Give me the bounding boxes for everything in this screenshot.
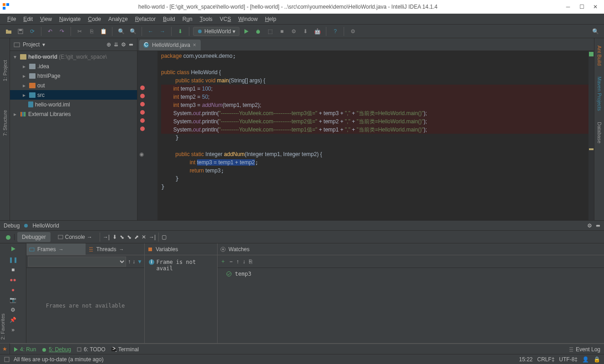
force-step-into-button[interactable]: ⬊ [127,234,132,240]
frames-tab[interactable]: Frames → [26,243,86,255]
hide-button[interactable]: ⬌ [129,41,133,48]
run-button[interactable] [241,26,251,36]
copy-button[interactable]: ⎘ [249,258,252,265]
menu-help[interactable]: Help [261,16,280,22]
settings-button[interactable]: ⚙ [121,41,126,48]
todo-tool-button[interactable]: 6: TODO [76,346,106,353]
filter-button[interactable]: ▼ [137,258,142,265]
minimize-button[interactable]: ─ [561,2,575,11]
find-button[interactable]: 🔍 [116,26,126,36]
breakpoint-icon[interactable] [140,110,145,115]
add-watch-button[interactable]: ＋ [220,258,226,265]
error-strip[interactable] [589,51,594,220]
open-button[interactable] [4,26,14,36]
undo-button[interactable]: ↶ [45,26,55,36]
menu-file[interactable]: File [4,16,20,22]
hide-button[interactable]: ⬌ [596,222,600,229]
android-button[interactable]: 🤖 [312,26,322,36]
run-config-selector[interactable]: HelloWorld ▾ [193,27,239,36]
search-everywhere-button[interactable]: 🔍 [590,26,600,36]
mute-breakpoints-button[interactable]: ● [11,287,15,293]
locate-button[interactable]: ⊕ [107,41,111,48]
menu-build[interactable]: Build [159,16,179,22]
breakpoint-icon[interactable] [140,118,145,123]
build-button[interactable]: ⬇ [175,26,185,36]
tree-root[interactable]: ▾ hello-world (E:\git_work_space\ [10,52,137,61]
more-button[interactable]: » [11,327,15,333]
down-button[interactable]: ↓ [243,258,245,265]
tree-item-out[interactable]: ▸out [10,81,137,90]
menu-refactor[interactable]: Refactor [132,16,159,22]
editor[interactable]: ◉ package com.youmeek.demo; public class… [137,51,594,220]
file-encoding[interactable]: UTF-8‡ [559,356,578,363]
threads-tab[interactable]: Threads → [86,243,145,255]
cursor-position[interactable]: 15:22 [519,356,533,363]
maven-tool-button[interactable]: Maven Projects [597,73,602,115]
warning-stripe[interactable] [589,148,594,150]
menu-navigate[interactable]: Navigate [56,16,84,22]
watches-body[interactable]: temp3 [218,268,604,280]
up-button[interactable]: ↑ [236,258,239,265]
tree-item-external-libs[interactable]: ▸External Libraries [10,109,137,119]
coverage-button[interactable]: ⬚ [265,26,275,36]
step-into-button[interactable]: ⬊ [120,234,124,240]
variables-body[interactable]: i Frame is not avail [145,255,217,275]
replace-button[interactable]: 🔍 [128,26,138,36]
prev-frame-button[interactable]: ↑ [128,258,131,265]
favorites-tool-button[interactable]: 2: Favorites [0,310,10,343]
stop-button[interactable]: ■ [277,26,287,36]
terminal-tool-button[interactable]: >_Terminal [111,346,139,353]
back-button[interactable]: ← [146,26,156,36]
menu-run[interactable]: Run [179,16,196,22]
sync-button[interactable]: ⟳ [27,26,37,36]
step-over-button[interactable]: ⬇ [112,234,117,240]
debug-button[interactable] [253,26,263,36]
watch-item[interactable]: temp3 [220,271,601,277]
menu-vcs[interactable]: VCS [216,16,235,22]
drop-frame-button[interactable]: ✕ [142,234,146,240]
remove-watch-button[interactable]: − [229,258,233,265]
event-log-button[interactable]: Event Log [568,346,600,353]
cut-button[interactable]: ✂ [75,26,85,36]
run-to-cursor-button[interactable]: →| [149,234,156,240]
save-button[interactable] [15,26,25,36]
debugger-tab[interactable]: Debugger [17,232,51,242]
menu-analyze[interactable]: Analyze [105,16,132,22]
line-separator[interactable]: CRLF‡ [537,356,554,363]
stop-button[interactable]: ■ [11,267,15,273]
tree-item-iml[interactable]: hello-world.iml [10,100,137,109]
menu-code[interactable]: Code [84,16,105,22]
pin-button[interactable]: 📌 [10,317,16,323]
debug-tool-button[interactable]: 5: Debug [41,346,71,353]
inspection-button[interactable]: 👤 [582,356,589,363]
copy-button[interactable]: ⎘ [86,26,96,36]
step-out-button[interactable]: ⬈ [134,234,139,240]
code-editor[interactable]: package com.youmeek.demo; public class H… [157,51,589,220]
lock-icon[interactable]: 🔒 [594,356,600,363]
tree-item-src[interactable]: ▸src [10,90,137,100]
attach-button[interactable]: ⬇ [300,26,310,36]
menu-window[interactable]: Window [234,16,261,22]
ant-build-tool-button[interactable]: Ant Build [597,42,602,69]
project-tool-button[interactable]: 1: Project [2,56,8,85]
next-frame-button[interactable]: ↓ [132,258,135,265]
profile-button[interactable]: ⚙ [289,26,299,36]
editor-gutter[interactable]: ◉ [137,51,157,220]
database-tool-button[interactable]: Database [597,118,602,147]
project-tree[interactable]: ▾ hello-world (E:\git_work_space\ ▸.idea… [10,51,137,220]
breakpoint-icon[interactable] [140,94,145,98]
show-exec-button[interactable]: →| [103,234,110,240]
run-tool-button[interactable]: 4: Run [14,346,36,353]
breakpoints-button[interactable]: ●● [10,277,16,283]
paste-button[interactable]: 📋 [98,26,108,36]
menu-tools[interactable]: Tools [196,16,216,22]
menu-edit[interactable]: Edit [20,16,36,22]
console-tab[interactable]: Console → [53,232,97,242]
evaluate-button[interactable]: ▢ [162,234,167,240]
jrebel-button[interactable]: ⚙ [348,26,358,36]
dump-button[interactable]: 📷 [10,297,16,303]
tree-item-htmlpage[interactable]: ▸htmlPage [10,71,137,81]
breakpoint-icon[interactable] [140,102,145,106]
tree-item-idea[interactable]: ▸.idea [10,61,137,71]
breakpoint-icon[interactable] [140,86,145,90]
